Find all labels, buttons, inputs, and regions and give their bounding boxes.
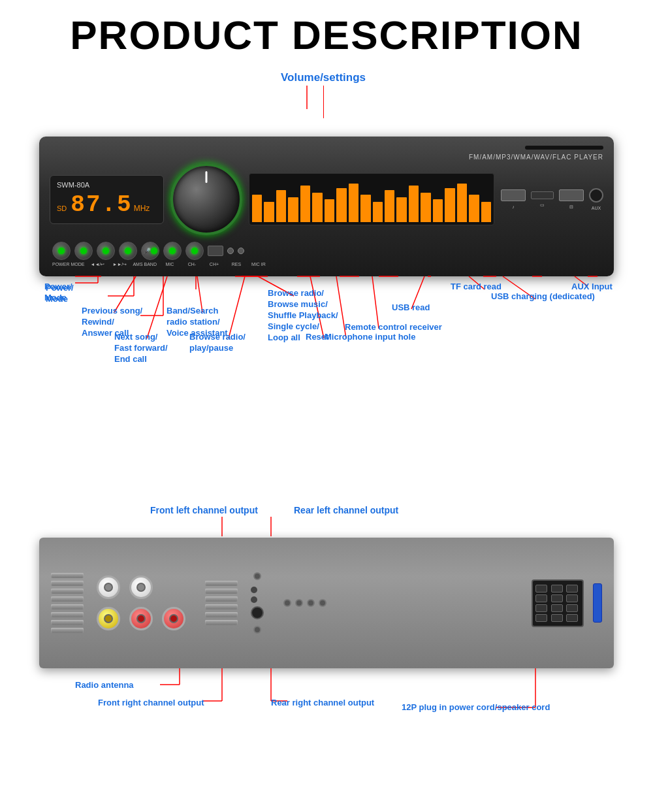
sd-label: SD — [57, 204, 67, 212]
eq-bar — [457, 184, 467, 223]
device-display: SWM-80A SD 87.5 MHz — [50, 175, 164, 224]
eq-bar — [421, 193, 430, 223]
page-title: PRODUCT DESCRIPTION — [0, 0, 653, 65]
eq-bar — [312, 193, 322, 223]
ann-usb-charge: USB charging (dedicated) — [491, 291, 595, 302]
charge-icon: ⊟ — [569, 204, 573, 210]
volume-knob[interactable] — [170, 163, 242, 235]
prev-rew-button[interactable] — [74, 242, 93, 260]
ams-band-button[interactable] — [119, 242, 137, 260]
eq-bar — [276, 190, 286, 222]
rca-yellow-antenna — [97, 607, 120, 630]
ann-browse-play: Browse radio/play/pause — [189, 332, 246, 354]
prev-label: ◄◄/↩ — [88, 262, 106, 267]
next-ff-button[interactable] — [97, 242, 115, 260]
ir-label: MIC IR — [249, 262, 268, 267]
svg-line-23 — [229, 276, 245, 338]
bottom-screw-area — [283, 599, 326, 607]
mic-btn-label: MIC — [161, 262, 179, 267]
harness-connector — [532, 579, 584, 627]
eq-bar — [373, 202, 383, 223]
mic-indicator: 🎤 — [141, 242, 159, 260]
device-front-panel: FM/AM/MP3/WMA/WAV/FLAC PLAYER SWM-80A SD… — [39, 137, 614, 276]
power-mode-label: POWER MODE — [52, 262, 84, 267]
res-label: RES — [227, 262, 246, 267]
eq-bar — [252, 195, 262, 222]
rca-row-top — [97, 576, 185, 599]
ann-usb-read: USB read — [392, 302, 430, 314]
card-icon: ▭ — [540, 203, 545, 208]
eq-bar — [336, 188, 346, 223]
ams-label: AMS BAND — [133, 262, 157, 267]
rca-row-bottom — [97, 607, 185, 630]
tf-card-slot — [531, 191, 554, 199]
eq-bar — [469, 195, 479, 222]
ann-front-right: Front right channel output — [98, 698, 204, 707]
next-label: ►►/↪ — [110, 262, 129, 267]
blue-connector — [593, 583, 602, 623]
model-label: SWM-80A — [57, 181, 157, 189]
ann-remote-ctrl: Remote control receiver — [345, 322, 442, 333]
eq-bar — [349, 184, 358, 223]
ann-12p-plug: 12P plug in power cord/speaker cord — [402, 702, 550, 712]
aux-jack — [589, 188, 603, 203]
ann-radio-antenna: Radio antenna — [75, 680, 134, 690]
mic-hole — [227, 248, 234, 254]
small-hole-1 — [251, 587, 257, 593]
device-format-label: FM/AM/MP3/WMA/WAV/FLAC PLAYER — [469, 154, 603, 161]
back-section: Front left channel output Rear left chan… — [0, 498, 653, 753]
eq-display — [249, 173, 494, 225]
ann-rear-right: Rear right channel output — [271, 698, 374, 707]
buttons-row: 🎤 — [50, 242, 603, 260]
ann-front-left: Front left channel output — [150, 505, 258, 515]
ann-next-ff-end: Next song/Fast forward/End call — [114, 332, 168, 365]
ann-aux-input: AUX Input — [571, 282, 613, 293]
res-button[interactable] — [208, 246, 223, 256]
front-annotations: Power/Mode — [39, 276, 614, 479]
back-middle — [251, 572, 264, 634]
back-ribs-right — [205, 581, 238, 625]
rca-white-1 — [97, 576, 120, 599]
device-back-panel — [39, 538, 614, 668]
front-section: Volume/settings FM/AM/MP3/WMA/WAV/FLAC P… — [0, 65, 653, 498]
screw-hole-bottom — [253, 626, 261, 634]
small-hole-2 — [251, 596, 257, 603]
connectors-right: ♪ ▭ ⊟ AUX — [501, 188, 603, 210]
volume-knob-wrap — [170, 163, 242, 235]
eq-bar — [396, 197, 406, 223]
ir-receiver — [238, 248, 244, 254]
rca-red-2 — [162, 607, 185, 630]
ann-power-mode-text: Power/Mode — [44, 282, 72, 304]
back-bottom-annotations: Radio antenna Front right channel output… — [39, 668, 614, 740]
usb-port-1 — [501, 189, 526, 201]
eq-bar — [325, 199, 334, 222]
eq-bar — [409, 186, 419, 222]
ch-plus-button[interactable] — [185, 242, 204, 260]
ann-mic-input: Microphone input hole — [325, 332, 415, 343]
screw-hole-top — [253, 572, 261, 580]
back-ribs-left — [51, 573, 84, 633]
rca-red-1 — [129, 607, 153, 630]
svg-line-26 — [372, 276, 379, 329]
ch-minus-label: CH- — [183, 262, 201, 267]
harness-section — [532, 579, 602, 627]
ann-rear-left: Rear left channel output — [294, 505, 398, 515]
back-top-labels: Front left channel output Rear left chan… — [39, 505, 614, 538]
rca-white-2 — [129, 576, 153, 599]
eq-bar — [385, 190, 394, 222]
power-mode-button[interactable] — [52, 242, 71, 260]
eq-bar — [288, 197, 298, 223]
eq-bar — [300, 186, 310, 222]
eq-bar — [264, 202, 274, 223]
music-icon: ♪ — [512, 204, 515, 209]
ch-minus-button[interactable] — [163, 242, 182, 260]
aux-label-small: AUX — [592, 206, 601, 210]
rca-connectors — [97, 576, 185, 630]
eq-bar — [360, 195, 370, 222]
power-port — [251, 606, 264, 619]
button-labels-row: POWER MODE ◄◄/↩ ►►/↪ AMS BAND MIC CH- CH… — [50, 260, 603, 267]
frequency-display: 87.5 — [71, 191, 132, 218]
eq-bar — [481, 202, 491, 223]
usb-port-2 — [559, 189, 584, 201]
svg-line-20 — [147, 276, 167, 338]
